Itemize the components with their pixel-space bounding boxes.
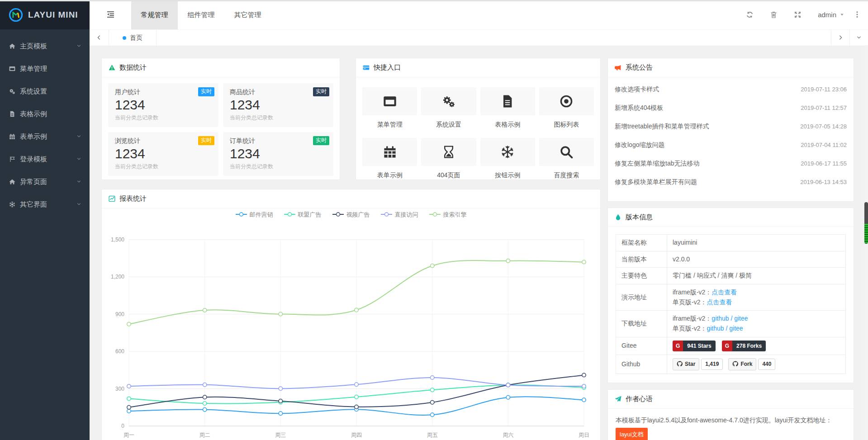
chevron-left-icon [96, 35, 102, 41]
page-scrollbar [864, 45, 868, 440]
version-row-1: 框架名称layuimini [616, 235, 846, 251]
notice-item-4[interactable]: 修改logo缩放问题2019-07-04 11:02 [615, 136, 847, 154]
stat-card-label: 订单统计 [230, 137, 327, 145]
notice-text: 新增treetable插件和菜单管理样式 [615, 123, 709, 131]
sidebar-menu: 主页模板菜单管理系统设置表格示例表单示例登录模板异常页面其它界面 [0, 29, 90, 216]
octocat-icon [732, 360, 738, 369]
version-link[interactable]: github [707, 325, 724, 332]
snowflake-icon [480, 138, 535, 166]
sidebar-item-4[interactable]: 表格示例 [0, 103, 90, 125]
panel-title: 作者心语 [626, 395, 653, 403]
sidebar-item-3[interactable]: 系统设置 [0, 80, 90, 103]
sidebar-item-8[interactable]: 其它界面 [0, 193, 90, 216]
legend-item-2[interactable]: 联盟广告 [284, 211, 322, 219]
legend-label: 直接访问 [395, 211, 418, 219]
quick-entry-6[interactable]: 404页面 [421, 138, 476, 180]
scrollbar-thumb[interactable] [864, 202, 868, 244]
layui-doc-link[interactable]: layui文档 [616, 428, 648, 440]
header-nav-tab-2[interactable]: 组件管理 [178, 0, 224, 29]
notice-item-1[interactable]: 修改选项卡样式2019-07-11 23:06 [615, 80, 847, 99]
version-row-label: 下载地址 [616, 311, 667, 337]
collapse-sidebar-button[interactable] [90, 0, 131, 29]
chevron-right-icon [838, 35, 843, 41]
notice-text: 新增系统404模板 [615, 104, 663, 112]
stat-card-4: 订单统计1234当前分类总记录数实时 [223, 132, 333, 176]
version-link[interactable]: gitee [734, 315, 748, 322]
version-link[interactable]: 点击查看 [707, 298, 732, 306]
window-icon [362, 87, 417, 115]
legend-item-1[interactable]: 邮件营销 [236, 211, 273, 219]
sidebar-item-6[interactable]: 登录模板 [0, 148, 90, 170]
tab-home[interactable]: 首页 [109, 30, 157, 46]
version-link-line: iframe版-v2：github / gitee [673, 314, 840, 324]
sidebar-item-7[interactable]: 异常页面 [0, 170, 90, 193]
quick-entry-1[interactable]: 菜单管理 [362, 87, 417, 138]
search-icon [539, 138, 594, 166]
version-link[interactable]: github [711, 315, 729, 322]
header-nav-tabs: 常规管理组件管理其它管理 [131, 0, 271, 29]
sidebar-item-5[interactable]: 表单示例 [0, 125, 90, 148]
version-link-line: 单页版-v2：github / gitee [673, 324, 840, 334]
quick-entry-5[interactable]: 表单示例 [362, 138, 417, 180]
notice-item-6[interactable]: 修复多模块菜单栏展开有问题2019-06-13 14:53 [615, 173, 847, 191]
svg-text:0: 0 [121, 423, 124, 429]
gitee-badge-text: 941 Stars [683, 341, 715, 352]
clear-cache-button[interactable] [770, 11, 778, 19]
tab-operations-button[interactable] [849, 30, 868, 46]
github-count[interactable]: 440 [758, 359, 775, 370]
quick-entry-3[interactable]: 表格示例 [480, 87, 535, 138]
sidebar-item-label: 其它界面 [20, 200, 47, 209]
quick-entry-4[interactable]: 图标列表 [539, 87, 594, 138]
notice-item-5[interactable]: 修复左侧菜单缩放tab无法移动2019-06-17 11:55 [615, 154, 847, 173]
quick-entry-7[interactable]: 按钮示例 [480, 138, 535, 180]
quick-entry-label: 表单示例 [362, 171, 417, 180]
legend-item-4[interactable]: 直接访问 [381, 211, 418, 219]
sidebar-item-label: 系统设置 [20, 87, 47, 96]
flag-icon [9, 156, 20, 163]
header-nav-tab-1[interactable]: 常规管理 [131, 0, 178, 29]
sidebar-item-label: 菜单管理 [20, 65, 47, 73]
stat-card-desc: 当前分类总记录数 [115, 163, 212, 170]
legend-label: 邮件营销 [250, 211, 273, 219]
notice-item-2[interactable]: 新增系统404模板2019-07-11 12:57 [615, 99, 847, 117]
version-link[interactable]: 点击查看 [711, 289, 737, 296]
realtime-badge: 实时 [313, 136, 329, 145]
user-name: admin [818, 11, 836, 19]
legend-label: 视频广告 [346, 211, 370, 219]
legend-item-3[interactable]: 视频广告 [332, 211, 370, 219]
active-tab-dot [123, 36, 126, 40]
header-nav-tab-3[interactable]: 其它管理 [224, 0, 271, 29]
refresh-button[interactable] [746, 11, 754, 19]
tab-scroll-right-button[interactable] [831, 30, 849, 46]
sidebar-item-1[interactable]: 主页模板 [0, 35, 90, 57]
sidebar-item-2[interactable]: 菜单管理 [0, 57, 90, 80]
more-menu-button[interactable] [854, 11, 861, 19]
notice-time: 2019-06-17 11:55 [801, 160, 847, 167]
logo[interactable]: LAYUI MINI [0, 0, 90, 29]
stat-card-label: 商品统计 [230, 88, 327, 96]
chevron-down-icon [76, 179, 81, 185]
github-fork-button[interactable]: Fork [728, 358, 756, 370]
user-dropdown[interactable]: admin [818, 11, 844, 19]
stat-card-value: 1234 [230, 146, 327, 162]
gitee-badge[interactable]: G941 Stars [673, 341, 716, 352]
quick-entry-8[interactable]: 百度搜索 [539, 138, 594, 180]
gitee-badge[interactable]: G278 Forks [722, 341, 766, 352]
legend-item-5[interactable]: 搜索引擎 [429, 211, 467, 219]
version-link[interactable]: gitee [729, 325, 743, 332]
panel-system-notice: 系统公告 修改选项卡样式2019-07-11 23:06新增系统404模板201… [607, 58, 854, 202]
github-count[interactable]: 1,419 [701, 359, 723, 370]
realtime-badge: 实时 [198, 136, 214, 145]
hourglass-icon [421, 138, 476, 166]
tab-scroll-left-button[interactable] [90, 30, 109, 46]
legend-marker [381, 212, 392, 218]
github-star-button[interactable]: Star [673, 358, 699, 370]
svg-text:600: 600 [115, 348, 124, 355]
fullscreen-button[interactable] [794, 11, 802, 19]
panel-author-words: 作者心语 本模板基于layui2.5.4以及font-awesome-4.7.0… [607, 389, 854, 440]
quick-entry-2[interactable]: 系统设置 [421, 87, 476, 138]
link-separator: / [729, 315, 735, 322]
brand-title: LAYUI MINI [28, 10, 78, 20]
link-prefix: iframe版-v2： [673, 315, 711, 322]
notice-item-3[interactable]: 新增treetable插件和菜单管理样式2019-07-05 14:28 [615, 117, 847, 136]
